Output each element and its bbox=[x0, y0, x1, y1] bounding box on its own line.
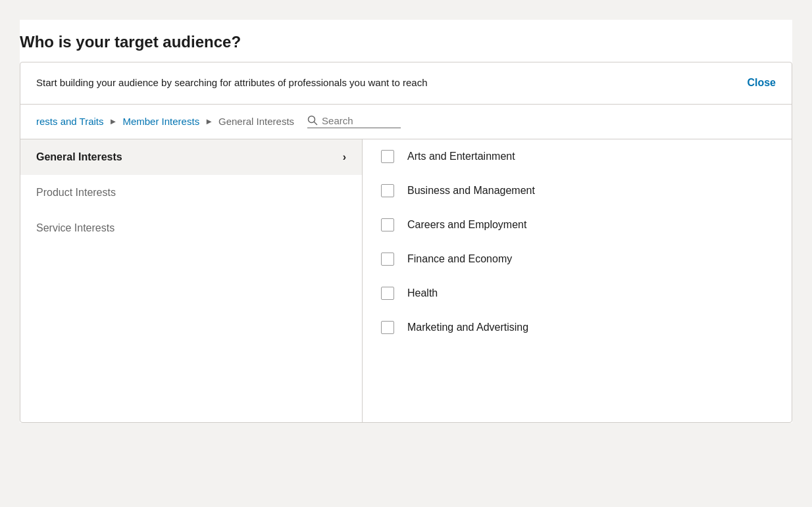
checkbox-item-finance[interactable]: Finance and Economy bbox=[363, 242, 792, 276]
checkbox-item-marketing[interactable]: Marketing and Advertising bbox=[363, 310, 792, 345]
checkbox-careers[interactable] bbox=[381, 218, 394, 231]
left-panel: General Interests › Product Interests Se… bbox=[20, 139, 363, 422]
info-bar: Start building your audience by searchin… bbox=[20, 62, 792, 105]
checkbox-label-business: Business and Management bbox=[407, 185, 535, 197]
breadcrumb-item-interests[interactable]: rests and Traits bbox=[36, 116, 104, 127]
close-button[interactable]: Close bbox=[747, 77, 776, 89]
breadcrumb-bar: rests and Traits ► Member Interests ► Ge… bbox=[20, 105, 792, 139]
left-item-label: Product Interests bbox=[36, 187, 116, 199]
breadcrumb-current: General Interests bbox=[218, 116, 294, 127]
checkbox-label-marketing: Marketing and Advertising bbox=[407, 322, 528, 333]
checkbox-arts[interactable] bbox=[381, 150, 394, 163]
checkbox-label-arts: Arts and Entertainment bbox=[407, 151, 515, 162]
search-icon bbox=[307, 115, 318, 126]
left-item-service-interests[interactable]: Service Interests bbox=[20, 210, 362, 246]
checkbox-business[interactable] bbox=[381, 184, 394, 197]
checkbox-health[interactable] bbox=[381, 287, 394, 300]
right-panel: Arts and Entertainment Business and Mana… bbox=[363, 139, 792, 422]
chevron-icon: › bbox=[343, 151, 346, 163]
breadcrumb-item-member-interests[interactable]: Member Interests bbox=[122, 116, 199, 127]
left-item-label: Service Interests bbox=[36, 222, 114, 234]
checkbox-item-careers[interactable]: Careers and Employment bbox=[363, 208, 792, 242]
checkbox-label-finance: Finance and Economy bbox=[407, 253, 512, 265]
search-area bbox=[307, 115, 401, 128]
checkbox-label-careers: Careers and Employment bbox=[407, 219, 526, 231]
checkbox-item-health[interactable]: Health bbox=[363, 276, 792, 310]
search-input[interactable] bbox=[322, 115, 401, 126]
checkbox-item-arts[interactable]: Arts and Entertainment bbox=[363, 139, 792, 174]
left-item-general-interests[interactable]: General Interests › bbox=[20, 139, 362, 175]
breadcrumb-separator-1: ► bbox=[109, 116, 118, 126]
left-item-label: General Interests bbox=[36, 151, 122, 163]
checkbox-item-business[interactable]: Business and Management bbox=[363, 174, 792, 208]
left-item-product-interests[interactable]: Product Interests bbox=[20, 175, 362, 210]
page-title: Who is your target audience? bbox=[20, 20, 792, 62]
breadcrumb-separator-2: ► bbox=[205, 116, 213, 126]
checkbox-finance[interactable] bbox=[381, 253, 394, 266]
audience-panel: Start building your audience by searchin… bbox=[20, 62, 792, 423]
info-text: Start building your audience by searchin… bbox=[36, 76, 428, 91]
page-container: Who is your target audience? Start build… bbox=[20, 20, 792, 423]
checkbox-marketing[interactable] bbox=[381, 321, 394, 334]
content-area: General Interests › Product Interests Se… bbox=[20, 139, 792, 422]
svg-line-1 bbox=[315, 122, 317, 125]
checkbox-label-health: Health bbox=[407, 287, 438, 299]
